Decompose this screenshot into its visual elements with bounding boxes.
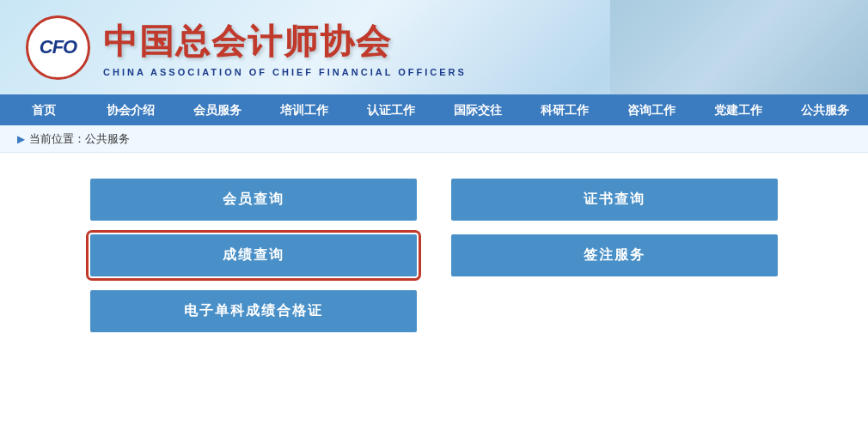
breadcrumb-bar: ▶ 当前位置：公共服务 — [0, 125, 868, 153]
score-query-button[interactable]: 成绩查询 — [90, 234, 417, 276]
nav-item-member[interactable]: 会员服务 — [174, 94, 260, 125]
logo-cn-text: 中国总会计师协会 — [103, 18, 467, 65]
header-bg-decoration — [610, 0, 868, 94]
services-grid: 会员查询 成绩查询 电子单科成绩合格证 证书查询 签注服务 — [90, 179, 778, 332]
services-left-col: 会员查询 成绩查询 电子单科成绩合格证 — [90, 179, 434, 332]
nav-item-research[interactable]: 科研工作 — [521, 94, 608, 125]
logo-cfo-text: CFO — [40, 36, 76, 58]
nav-item-consulting[interactable]: 咨询工作 — [608, 94, 694, 125]
breadcrumb-arrow-icon: ▶ — [17, 133, 25, 145]
certificate-query-button[interactable]: 证书查询 — [451, 179, 778, 221]
nav-item-training[interactable]: 培训工作 — [260, 94, 347, 125]
nav-item-certification[interactable]: 认证工作 — [347, 94, 434, 125]
logo-en-text: CHINA ASSOCIATION OF CHIEF FINANCIAL OFF… — [103, 67, 467, 77]
logo-circle: CFO — [26, 15, 90, 80]
nav-bar: 首页协会介绍会员服务培训工作认证工作国际交往科研工作咨询工作党建工作公共服务 — [0, 94, 868, 125]
logo-area: CFO 中国总会计师协会 CHINA ASSOCIATION OF CHIEF … — [0, 15, 467, 80]
member-query-button[interactable]: 会员查询 — [90, 179, 417, 221]
nav-item-home[interactable]: 首页 — [0, 94, 87, 125]
nav-item-party[interactable]: 党建工作 — [694, 94, 781, 125]
content-area: 会员查询 成绩查询 电子单科成绩合格证 证书查询 签注服务 — [0, 153, 868, 358]
services-right-col: 证书查询 签注服务 — [434, 179, 778, 332]
breadcrumb-text: 当前位置：公共服务 — [29, 131, 130, 147]
cert-query-button[interactable]: 电子单科成绩合格证 — [90, 290, 417, 332]
header: CFO 中国总会计师协会 CHINA ASSOCIATION OF CHIEF … — [0, 0, 868, 94]
nav-item-about[interactable]: 协会介绍 — [87, 94, 174, 125]
nav-item-international[interactable]: 国际交往 — [434, 94, 521, 125]
nav-item-public[interactable]: 公共服务 — [781, 94, 868, 125]
visa-service-button[interactable]: 签注服务 — [451, 234, 778, 276]
logo-text-area: 中国总会计师协会 CHINA ASSOCIATION OF CHIEF FINA… — [103, 18, 467, 77]
